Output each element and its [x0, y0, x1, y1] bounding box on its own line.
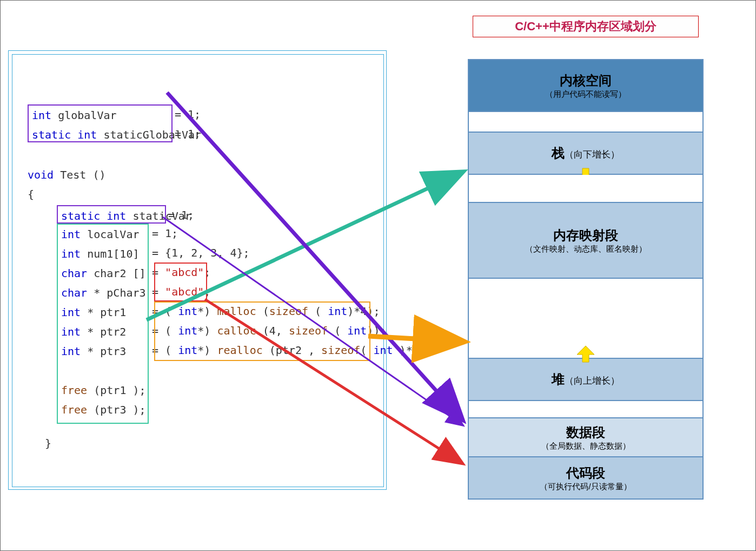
mem-gap-4 — [469, 401, 702, 418]
mem-mmap: 内存映射段 （文件映射、动态库、匿名映射） — [469, 203, 702, 279]
code-free3: free (ptr3 ); — [61, 400, 144, 419]
code-void-test: void Test () — [28, 165, 106, 185]
mem-mmap-title: 内存映射段 — [553, 227, 618, 244]
svg-marker-1 — [577, 346, 594, 362]
code-free1: free (ptr1 ); — [61, 381, 144, 400]
code-pchar3: char * pChar3 — [61, 283, 144, 303]
code-panel-outer: int globalVar static int staticGlobalVar… — [8, 50, 387, 490]
code-blank — [61, 361, 144, 381]
static-var-box: static int staticVar — [57, 205, 166, 224]
code-panel-inner: int globalVar static int staticGlobalVar… — [12, 54, 384, 487]
diagram-title-box: C/C++中程序内存区域划分 — [473, 16, 699, 37]
malloc-box — [154, 301, 370, 361]
memory-layout-table: 内核空间 （用户代码不能读写） 栈（向下增长） 内存映射段 （文件映射、动态库、… — [468, 59, 704, 500]
heap-up-arrow-icon — [576, 345, 595, 363]
code-ptr3: int * ptr3 — [61, 342, 144, 361]
code-char2: char char2 [] — [61, 264, 144, 283]
mem-code-sub: （可执行代码/只读常量） — [540, 482, 631, 492]
local-vars-box: int localVar int num1[10] char char2 [] … — [57, 224, 149, 424]
code-staticglobalvar-val: = 1; — [175, 124, 201, 143]
mem-codeseg: 代码段 （可执行代码/只读常量） — [469, 457, 702, 498]
mem-data-title: 数据段 — [566, 424, 605, 441]
mem-kernel-sub: （用户代码不能读写） — [545, 89, 626, 100]
mem-heap: 堆（向上增长） — [469, 359, 702, 401]
code-localvar: int localVar — [61, 225, 144, 244]
mem-code-title: 代码段 — [566, 464, 605, 482]
mem-kernel-title: 内核空间 — [560, 72, 612, 89]
code-globalvar: int globalVar — [32, 106, 168, 125]
code-open-brace: { — [28, 185, 34, 204]
mem-data-sub: （全局数据、静态数据） — [541, 441, 631, 451]
code-globalvar-val: = 1; — [175, 104, 201, 124]
mem-kernel: 内核空间 （用户代码不能读写） — [469, 60, 702, 112]
mem-stack-line: 栈（向下增长） — [552, 145, 620, 162]
global-vars-box: int globalVar static int staticGlobalVar — [28, 104, 173, 142]
code-num1: int num1[10] — [61, 244, 144, 264]
mem-data: 数据段 （全局数据、静态数据） — [469, 418, 702, 457]
code-ptr2: int * ptr2 — [61, 322, 144, 342]
diagram-title: C/C++中程序内存区域划分 — [515, 18, 656, 35]
code-ptr1: int * ptr1 — [61, 303, 144, 322]
code-staticvar-val: = 1; — [168, 205, 194, 225]
code-staticglobalvar: static int staticGlobalVar — [32, 125, 168, 145]
code-close-brace: } — [45, 434, 51, 453]
mem-gap-2 — [469, 175, 702, 203]
code-staticvar: static int staticVar — [61, 206, 162, 226]
mem-mmap-sub: （文件映射、动态库、匿名映射） — [525, 244, 647, 254]
code-localvar-val: = 1; — [152, 224, 178, 243]
mem-heap-line: 堆（向上增长） — [552, 371, 620, 388]
code-num1-val: = {1, 2, 3, 4}; — [152, 243, 250, 263]
mem-stack: 栈（向下增长） — [469, 133, 702, 175]
mem-gap-1 — [469, 112, 702, 133]
string-literal-box — [154, 263, 207, 301]
